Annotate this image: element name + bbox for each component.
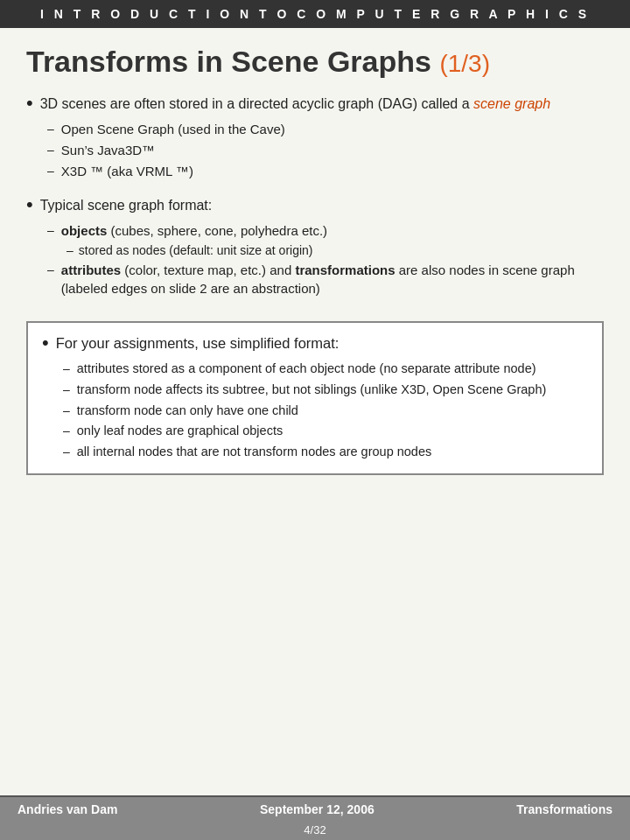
sub-bullet-3-4: – only leaf nodes are graphical objects: [63, 422, 588, 440]
main-content: Transforms in Scene Graphs (1/3) • 3D sc…: [0, 28, 630, 795]
sub-bullets-1: – Open Scene Graph (used in the Cave) – …: [47, 120, 604, 180]
footer-date: September 12, 2006: [260, 802, 374, 816]
bullet-text-2: Typical scene graph format:: [40, 195, 213, 215]
footer-author: Andries van Dam: [18, 802, 117, 816]
sub-bullet-3-3: – transform node can only have one child: [63, 402, 588, 420]
sub-bullet-3-5: – all internal nodes that are not transf…: [63, 443, 588, 461]
title-main: Transforms in Scene Graphs: [26, 45, 431, 78]
sub-bullet-2-1: – objects (cubes, sphere, cone, polyhedr…: [47, 221, 604, 240]
highlight-box: • For your assignments, use simplified f…: [26, 321, 604, 475]
bullet-dot-2: •: [26, 193, 33, 216]
bullet-item-1: • 3D scenes are often stored in a direct…: [26, 94, 604, 115]
bullet-dot-1: •: [26, 92, 33, 115]
scene-graph-link: scene graph: [473, 96, 550, 111]
sub-sub-bullet-2-1-1: – stored as nodes (default: unit size at…: [66, 242, 604, 260]
sub-bullet-1-2: – Sun’s Java3D™: [47, 141, 604, 159]
sub-bullet-3-1: – attributes stored as a component of ea…: [63, 360, 588, 378]
sub-bullets-2: – objects (cubes, sphere, cone, polyhedr…: [47, 221, 604, 298]
sub-bullet-1-1: – Open Scene Graph (used in the Cave): [47, 120, 604, 138]
header-text: I N T R O D U C T I O N T O C O M P U T …: [40, 7, 590, 21]
bullet-text-1: 3D scenes are often stored in a directed…: [40, 94, 550, 114]
slide: I N T R O D U C T I O N T O C O M P U T …: [0, 0, 630, 840]
slide-title: Transforms in Scene Graphs (1/3): [26, 44, 604, 80]
bullet-text-3: For your assignments, use simplified for…: [56, 333, 340, 354]
title-fraction: (1/3): [439, 50, 490, 77]
bullet-item-3: • For your assignments, use simplified f…: [42, 333, 588, 354]
sub-bullet-1-3: – X3D ™ (aka VRML ™): [47, 162, 604, 180]
sub-bullet-3-2: – transform node affects its subtree, bu…: [63, 381, 588, 399]
header-bar: I N T R O D U C T I O N T O C O M P U T …: [0, 0, 630, 28]
section-2: • Typical scene graph format: – objects …: [26, 195, 604, 301]
sub-bullets-3: – attributes stored as a component of ea…: [63, 360, 588, 460]
footer-topic: Transformations: [516, 802, 612, 816]
section-1: • 3D scenes are often stored in a direct…: [26, 94, 604, 183]
bullet-dot-3: •: [42, 332, 49, 354]
footer: Andries van Dam September 12, 2006 Trans…: [0, 795, 630, 822]
bold-transformations: transformations: [295, 262, 395, 277]
bold-attributes: attributes: [61, 262, 121, 277]
sub-bullet-2-2: – attributes (color, texture map, etc.) …: [47, 261, 604, 298]
footer-subtitle: 4/32: [0, 822, 630, 840]
sub-sub-bullets-2-1: – stored as nodes (default: unit size at…: [66, 242, 604, 260]
bullet-item-2: • Typical scene graph format:: [26, 195, 604, 216]
bold-objects: objects: [61, 223, 108, 238]
